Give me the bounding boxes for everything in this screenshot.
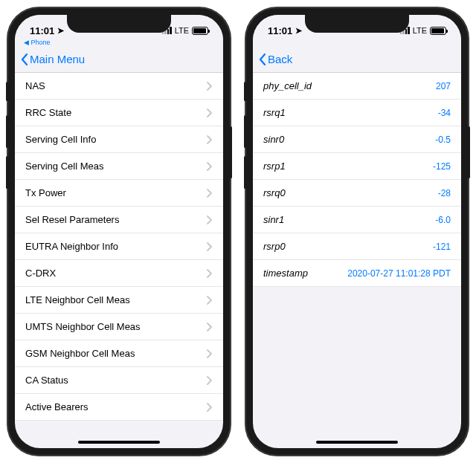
chevron-right-icon (207, 242, 213, 251)
breadcrumb[interactable]: ◀ Phone (15, 39, 223, 46)
volume-up-button (6, 115, 8, 148)
list-item[interactable]: rsrq1-34 (253, 100, 461, 126)
list-item[interactable]: rsrp1-125 (253, 153, 461, 180)
back-label: Main Menu (30, 53, 85, 65)
chevron-left-icon (21, 54, 28, 65)
chevron-right-icon (207, 216, 213, 224)
list-item[interactable]: NAS (15, 73, 223, 100)
metric-name: rsrp0 (263, 241, 286, 252)
list-item[interactable]: sinr0-0.5 (253, 126, 461, 153)
metric-name: phy_cell_id (263, 80, 312, 91)
back-button[interactable]: Back (259, 53, 292, 65)
list-item-label: LTE Neighbor Cell Meas (25, 294, 130, 305)
metric-value: -34 (438, 108, 451, 118)
home-indicator[interactable] (78, 441, 160, 444)
list-item-label: GSM Neighbor Cell Meas (25, 348, 135, 359)
notch (67, 15, 171, 33)
phone-left: 11:01 ➤ LTE ◀ Phone Main Menu NASRRC Sta… (7, 7, 231, 456)
chevron-right-icon (207, 189, 213, 198)
chevron-right-icon (207, 109, 213, 117)
power-button (230, 126, 232, 178)
metric-value: 207 (436, 81, 451, 91)
chevron-left-icon (259, 54, 266, 65)
nav-bar: Back (253, 46, 461, 73)
home-indicator[interactable] (316, 441, 398, 444)
metric-name: rsrp1 (263, 161, 286, 172)
list-item[interactable]: sinr1-6.0 (253, 207, 461, 233)
metric-value: -121 (433, 242, 451, 252)
chevron-right-icon (207, 403, 213, 412)
volume-up-button (244, 115, 246, 148)
list-item[interactable]: CA Status (15, 367, 223, 394)
list-item-label: CA Status (25, 375, 68, 386)
chevron-right-icon (207, 135, 213, 144)
power-button (468, 126, 470, 178)
status-time: 11:01 (268, 25, 292, 36)
back-button[interactable]: Main Menu (21, 53, 85, 65)
list-item[interactable]: LTE Neighbor Cell Meas (15, 287, 223, 314)
mute-switch (6, 82, 8, 101)
mute-switch (244, 82, 246, 101)
list-item[interactable]: GSM Neighbor Cell Meas (15, 340, 223, 367)
chevron-right-icon (207, 82, 213, 91)
list-item-label: Serving Cell Meas (25, 161, 104, 172)
list-item[interactable]: Serving Cell Info (15, 126, 223, 153)
chevron-right-icon (207, 323, 213, 331)
list-item-label: NAS (25, 80, 45, 91)
list-item-label: C-DRX (25, 268, 56, 279)
screen-right: 11:01 ➤ LTE ◀ Phone Back phy_cell_id207r… (253, 15, 461, 448)
chevron-right-icon (207, 269, 213, 278)
notch (305, 15, 409, 33)
metric-name: rsrq0 (263, 187, 286, 198)
menu-list: NASRRC StateServing Cell InfoServing Cel… (15, 73, 223, 421)
list-item[interactable]: Sel Resel Parameters (15, 207, 223, 233)
chevron-right-icon (207, 296, 213, 305)
metric-value: -125 (433, 161, 451, 172)
list-item[interactable]: phy_cell_id207 (253, 73, 461, 100)
list-item[interactable]: Tx Power (15, 180, 223, 207)
battery-icon (430, 27, 446, 35)
list-item[interactable]: EUTRA Neighbor Info (15, 233, 223, 260)
metric-value: -28 (438, 188, 451, 198)
network-label: LTE (413, 26, 427, 35)
status-time: 11:01 (30, 25, 54, 36)
volume-down-button (6, 156, 8, 189)
metric-name: sinr1 (263, 214, 284, 225)
chevron-right-icon (207, 376, 213, 385)
list-item[interactable]: UMTS Neighbor Cell Meas (15, 314, 223, 340)
metric-value: -0.5 (435, 135, 451, 145)
list-item-label: Serving Cell Info (25, 134, 96, 145)
battery-icon (192, 27, 208, 35)
list-item-label: UMTS Neighbor Cell Meas (25, 321, 141, 332)
list-item[interactable]: Serving Cell Meas (15, 153, 223, 180)
back-label: Back (268, 53, 292, 65)
metric-name: rsrq1 (263, 107, 286, 118)
list-item-label: Tx Power (25, 187, 66, 198)
list-item[interactable]: rsrq0-28 (253, 180, 461, 207)
list-item[interactable]: Active Bearers (15, 394, 223, 421)
list-item[interactable]: RRC State (15, 100, 223, 126)
metric-name: timestamp (263, 268, 308, 279)
network-label: LTE (175, 26, 189, 35)
list-item-label: Active Bearers (25, 401, 89, 412)
list-item-label: Sel Resel Parameters (25, 214, 119, 225)
chevron-right-icon (207, 162, 213, 171)
list-item[interactable]: C-DRX (15, 260, 223, 287)
metric-value: 2020-07-27 11:01:28 PDT (347, 268, 451, 279)
list-item[interactable]: timestamp2020-07-27 11:01:28 PDT (253, 260, 461, 287)
metric-value: -6.0 (435, 215, 451, 225)
metric-name: sinr0 (263, 134, 284, 145)
nav-bar: Main Menu (15, 46, 223, 73)
list-item-label: EUTRA Neighbor Info (25, 241, 118, 252)
volume-down-button (244, 156, 246, 189)
list-item-label: RRC State (25, 107, 71, 118)
detail-list: phy_cell_id207rsrq1-34sinr0-0.5rsrp1-125… (253, 73, 461, 287)
chevron-right-icon (207, 349, 213, 358)
list-item[interactable]: rsrp0-121 (253, 233, 461, 260)
location-icon: ➤ (295, 26, 302, 36)
screen-left: 11:01 ➤ LTE ◀ Phone Main Menu NASRRC Sta… (15, 15, 223, 448)
phone-right: 11:01 ➤ LTE ◀ Phone Back phy_cell_id207r… (245, 7, 469, 456)
location-icon: ➤ (57, 26, 64, 36)
